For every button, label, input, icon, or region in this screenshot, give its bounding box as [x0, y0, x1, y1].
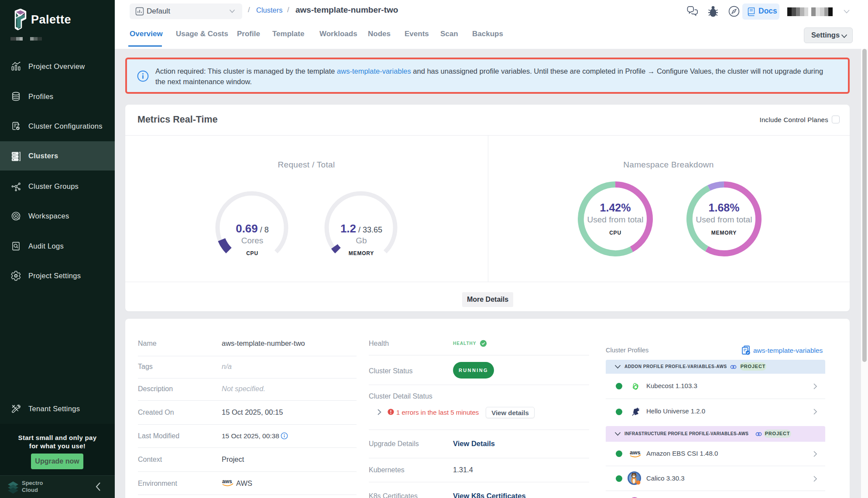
svg-text:aws: aws — [222, 478, 232, 484]
svg-text:aws: aws — [630, 449, 641, 456]
